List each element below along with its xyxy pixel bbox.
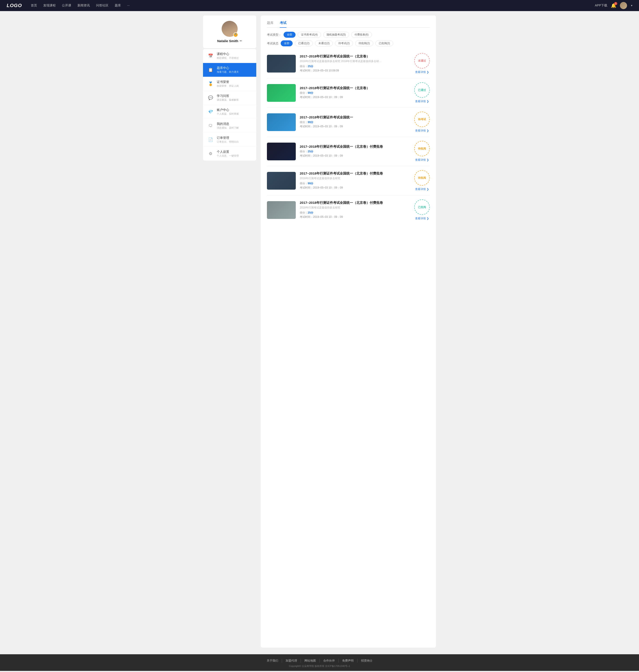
menu-label-messages: 我的消息: [217, 122, 239, 126]
footer-copyright: Copyright© 云朵商学院 版权所有 京ICP备17051340号–1: [0, 665, 639, 668]
exam-status-stamp-4: 待批阅: [414, 141, 430, 156]
exam-score-val-6: 25分: [308, 211, 313, 214]
nav-questions[interactable]: 题库: [115, 3, 121, 7]
message-icon: 🗨: [207, 123, 214, 129]
exam-detail-link-4[interactable]: 查看详情 ❯: [415, 158, 428, 162]
tab-question-bank[interactable]: 题库: [267, 21, 274, 28]
exam-item-1: 2017–2018年行测证件考试全国统一（北京卷） 2018年行测考试是最值得多…: [267, 49, 430, 78]
logo: LOGO: [7, 3, 22, 9]
sidebar-menu: 📅 课程中心 精彩课程、不容错过 📋 题库中心 海量习题、助力通关 🏅 证书荣誉…: [203, 49, 256, 161]
menu-text-account: 账户中心 个人权益、实时掌握: [217, 108, 239, 115]
exam-item-3: 2017–2018年行测证件考试全国统一 得分：99分 考试时间：2019–05…: [267, 108, 430, 137]
menu-text-settings: 个人设置 个人信息、一键管理: [217, 150, 239, 158]
type-filter-row: 考试类型： 全部 证书类考试(4) 随机抽题考试(5) 付费批卷(6): [267, 32, 430, 38]
exam-info-4: 2017–2018年行测证件考试全国统一（北京卷）付费批卷 得分：25分 考试时…: [300, 145, 410, 158]
exam-detail-link-6[interactable]: 查看详情 ❯: [415, 217, 428, 221]
nav-news[interactable]: 新闻资讯: [77, 3, 90, 7]
status-filter-pending[interactable]: 待考试(2): [335, 41, 353, 46]
avatar-wrap: 🏅: [222, 21, 238, 37]
status-filter-all[interactable]: 全部: [281, 41, 293, 46]
status-filter-passed[interactable]: 已通过(2): [295, 41, 313, 46]
exam-score-val-5: 99分: [308, 182, 313, 185]
exam-detail-link-3[interactable]: 查看详情 ❯: [415, 129, 428, 133]
nav-open-courses[interactable]: 公开课: [62, 3, 71, 7]
menu-sub-settings: 个人信息、一键管理: [217, 154, 239, 158]
tab-exam[interactable]: 考试: [280, 21, 286, 28]
menu-text-qbank: 题库中心 海量习题、助力通关: [217, 66, 239, 74]
gear-icon: ⚙: [207, 150, 214, 157]
menu-text-cert: 证书荣誉 收获荣誉、持证上岗: [217, 80, 239, 87]
profile-badge-icon: 🏅: [233, 32, 238, 37]
nav-home[interactable]: 首页: [31, 3, 37, 7]
exam-desc-1: 2018年行测考试是最值得多去研究 2018年行测考试是最值得多去研究 2018…: [300, 60, 384, 63]
document-icon: 📄: [207, 137, 214, 143]
calendar-icon: 📅: [207, 53, 214, 59]
sidebar-item-course-center[interactable]: 📅 课程中心 精彩课程、不容错过: [203, 49, 256, 63]
menu-label-qa: 学习问答: [217, 94, 239, 98]
exam-score-val-4: 25分: [308, 150, 313, 153]
type-filter-paid[interactable]: 付费批卷(6): [351, 32, 372, 38]
menu-text-course: 课程中心 精彩课程、不容错过: [217, 52, 239, 60]
footer-link-5[interactable]: 招贤纳士: [357, 659, 376, 663]
type-filter-label: 考试类型：: [267, 33, 281, 37]
footer-link-4[interactable]: 免费声明: [339, 659, 357, 663]
bell-badge: 1: [614, 2, 617, 5]
exam-score-4: 得分：25分: [300, 150, 410, 154]
diamond-icon: 💎: [207, 109, 214, 115]
avatar[interactable]: [620, 2, 627, 9]
exam-detail-link-5[interactable]: 查看详情 ❯: [415, 188, 428, 191]
exam-info-1: 2017–2018年行测证件考试全国统一（北京卷） 2018年行测考试是最值得多…: [300, 54, 410, 73]
footer-link-1[interactable]: 加盟代理: [282, 659, 301, 663]
footer-link-2[interactable]: 网站地图: [301, 659, 320, 663]
exam-thumbnail-6: [267, 201, 296, 219]
sidebar-item-orders[interactable]: 📄 订单管理 订单支出、明明白白: [203, 133, 256, 147]
sidebar-item-messages[interactable]: 🗨 我的消息 消息通知、及时了解: [203, 119, 256, 133]
menu-label-qbank: 题库中心: [217, 66, 239, 70]
sidebar-item-settings[interactable]: ⚙ 个人设置 个人信息、一键管理: [203, 147, 256, 161]
profile-name: Natalie Smith ✏: [206, 39, 253, 43]
exam-thumbnail-2: [267, 84, 296, 102]
menu-sub-course: 精彩课程、不容错过: [217, 56, 239, 60]
app-download-link[interactable]: APP下载: [595, 3, 607, 7]
sidebar-item-account[interactable]: 💎 账户中心 个人权益、实时掌握: [203, 105, 256, 119]
exam-item-4: 2017–2018年行测证件考试全国统一（北京卷）付费批卷 得分：25分 考试时…: [267, 137, 430, 166]
chevron-down-icon[interactable]: ▾: [631, 4, 632, 7]
exam-item-5: 2017–2018年行测证件考试全国统一（北京卷）付费批卷 2018年行测考试是…: [267, 166, 430, 195]
footer-link-3[interactable]: 合作伙伴: [320, 659, 339, 663]
exam-detail-link-2[interactable]: 查看详情 ❯: [415, 100, 428, 103]
exam-time-6: 考试时间：2019–05–03 10：09：09: [300, 215, 410, 219]
exam-thumbnail-3: [267, 113, 296, 131]
status-filter-row: 考试状态 全部 已通过(2) 未通过(2) 待考试(2) 待批阅(2) 已批阅(…: [267, 41, 430, 46]
notification-bell[interactable]: 🔔 1: [611, 3, 617, 8]
exam-info-5: 2017–2018年行测证件考试全国统一（北京卷）付费批卷 2018年行测考试是…: [300, 172, 410, 190]
type-filter-all[interactable]: 全部: [283, 32, 296, 38]
exam-info-6: 2017–2018年行测证件考试全国统一（北京卷）付费批卷 2018年行测考试是…: [300, 201, 410, 219]
exam-score-2: 得分：99分: [300, 91, 410, 95]
type-filter-random[interactable]: 随机抽题考试(5): [323, 32, 349, 38]
exam-item-2: 2017–2018年行测证件考试全国统一（北京卷） 得分：99分 考试时间：20…: [267, 78, 430, 108]
exam-score-1: 得分：25分: [300, 65, 410, 68]
status-filter-reviewed[interactable]: 已批阅(2): [375, 41, 393, 46]
type-filter-cert[interactable]: 证书类考试(4): [298, 32, 321, 38]
status-filter-failed[interactable]: 未通过(2): [315, 41, 333, 46]
footer-link-0[interactable]: 关于我们: [263, 659, 282, 663]
menu-label-cert: 证书荣誉: [217, 80, 239, 84]
avatar-image: [620, 2, 627, 9]
exam-score-5: 得分：99分: [300, 182, 410, 186]
sidebar-item-qa[interactable]: 💬 学习问答 课后重温、疑难解答: [203, 91, 256, 105]
nav-courses[interactable]: 发现课程: [43, 3, 56, 7]
nav-qa[interactable]: 问答社区: [96, 3, 109, 7]
menu-text-messages: 我的消息 消息通知、及时了解: [217, 122, 239, 129]
exam-title-2: 2017–2018年行测证件考试全国统一（北京卷）: [300, 86, 410, 90]
navbar-right: APP下载 🔔 1 ▾: [595, 2, 632, 9]
nav-more[interactable]: ···: [127, 3, 130, 7]
sidebar-item-question-bank[interactable]: 📋 题库中心 海量习题、助力通关: [203, 63, 256, 77]
edit-profile-icon[interactable]: ✏: [240, 39, 242, 43]
status-filter-reviewing[interactable]: 待批阅(2): [355, 41, 373, 46]
sidebar-item-certificate[interactable]: 🏅 证书荣誉 收获荣誉、持证上岗: [203, 77, 256, 91]
exam-score-6: 得分：25分: [300, 211, 410, 215]
exam-action-2: 已通过 查看详情 ❯: [414, 82, 430, 103]
exam-time-4: 考试时间：2019–05–03 10：09：09: [300, 154, 410, 158]
exam-detail-link-1[interactable]: 查看详情 ❯: [415, 70, 428, 74]
exam-info-2: 2017–2018年行测证件考试全国统一（北京卷） 得分：99分 考试时间：20…: [300, 86, 410, 100]
